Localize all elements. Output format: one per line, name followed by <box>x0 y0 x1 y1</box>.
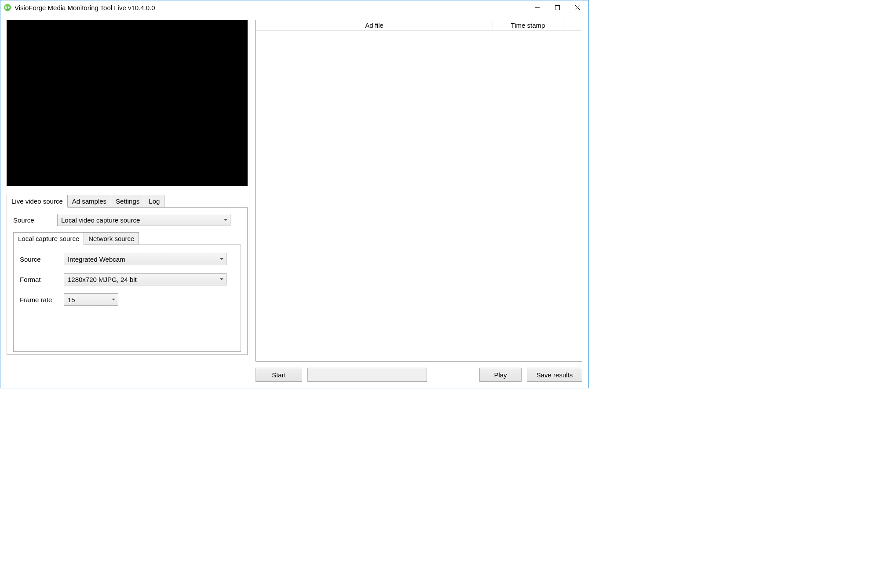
column-ad-file[interactable]: Ad file <box>256 20 493 30</box>
close-button[interactable] <box>567 1 588 14</box>
tab-network-source[interactable]: Network source <box>84 232 139 245</box>
app-icon-text: VF <box>5 5 11 10</box>
chevron-down-icon <box>220 258 223 260</box>
chevron-down-icon <box>220 278 223 280</box>
maximize-icon <box>555 5 560 10</box>
tab-ad-samples[interactable]: Ad samples <box>67 195 111 208</box>
right-panel: Ad file Time stamp Start Play Save resul… <box>256 20 582 382</box>
format-row: Format 1280x720 MJPG, 24 bit <box>20 273 234 285</box>
format-label: Format <box>20 276 64 283</box>
tab-settings[interactable]: Settings <box>111 195 144 208</box>
chevron-down-icon <box>224 219 227 221</box>
capture-source-label: Source <box>20 256 64 263</box>
left-panel: Live video source Ad samples Settings Lo… <box>7 20 248 382</box>
window-controls <box>527 1 588 14</box>
results-listview[interactable]: Ad file Time stamp <box>256 20 582 362</box>
column-extra[interactable] <box>563 20 582 30</box>
capture-source-row: Source Integrated Webcam <box>20 253 234 265</box>
close-icon <box>575 5 580 10</box>
format-value: 1280x720 MJPG, 24 bit <box>68 276 137 283</box>
video-preview <box>7 20 248 186</box>
minimize-button[interactable] <box>527 1 547 14</box>
main-tab-strip: Live video source Ad samples Settings Lo… <box>7 195 248 208</box>
capture-source-value: Integrated Webcam <box>68 256 125 263</box>
tab-live-video-source[interactable]: Live video source <box>7 195 68 208</box>
tab-local-capture-source[interactable]: Local capture source <box>13 232 84 245</box>
window-title: VisioForge Media Monitoring Tool Live v1… <box>15 4 527 11</box>
progress-textbox[interactable] <box>307 368 427 382</box>
sub-tab-strip: Local capture source Network source <box>13 232 241 245</box>
play-button[interactable]: Play <box>479 368 522 382</box>
svg-rect-1 <box>555 5 559 10</box>
source-type-row: Source Local video capture source <box>13 214 241 226</box>
chevron-down-icon <box>112 299 115 300</box>
sub-tab-container: Local capture source Network source Sour… <box>13 232 241 352</box>
source-type-combobox[interactable]: Local video capture source <box>57 214 230 226</box>
tab-log[interactable]: Log <box>144 195 164 208</box>
format-combobox[interactable]: 1280x720 MJPG, 24 bit <box>64 273 226 285</box>
titlebar: VF VisioForge Media Monitoring Tool Live… <box>0 0 588 15</box>
content-area: Live video source Ad samples Settings Lo… <box>0 15 588 388</box>
frame-rate-label: Frame rate <box>20 296 64 303</box>
frame-rate-value: 15 <box>68 296 75 303</box>
sub-tab-panel: Source Integrated Webcam Format 1280x720… <box>13 245 241 352</box>
frame-rate-combobox[interactable]: 15 <box>64 293 118 306</box>
source-type-value: Local video capture source <box>61 216 140 224</box>
app-window: VF VisioForge Media Monitoring Tool Live… <box>0 0 589 388</box>
main-tab-container: Live video source Ad samples Settings Lo… <box>7 195 248 355</box>
source-type-label: Source <box>13 216 57 224</box>
save-results-button[interactable]: Save results <box>527 368 582 382</box>
minimize-icon <box>535 5 540 10</box>
bottom-bar: Start Play Save results <box>256 368 582 382</box>
start-button[interactable]: Start <box>256 368 302 382</box>
maximize-button[interactable] <box>547 1 567 14</box>
listview-header: Ad file Time stamp <box>256 20 582 31</box>
app-icon: VF <box>4 4 11 11</box>
column-time-stamp[interactable]: Time stamp <box>493 20 563 30</box>
capture-source-combobox[interactable]: Integrated Webcam <box>64 253 226 265</box>
main-tab-panel: Source Local video capture source Local … <box>7 207 248 355</box>
frame-rate-row: Frame rate 15 <box>20 293 234 306</box>
